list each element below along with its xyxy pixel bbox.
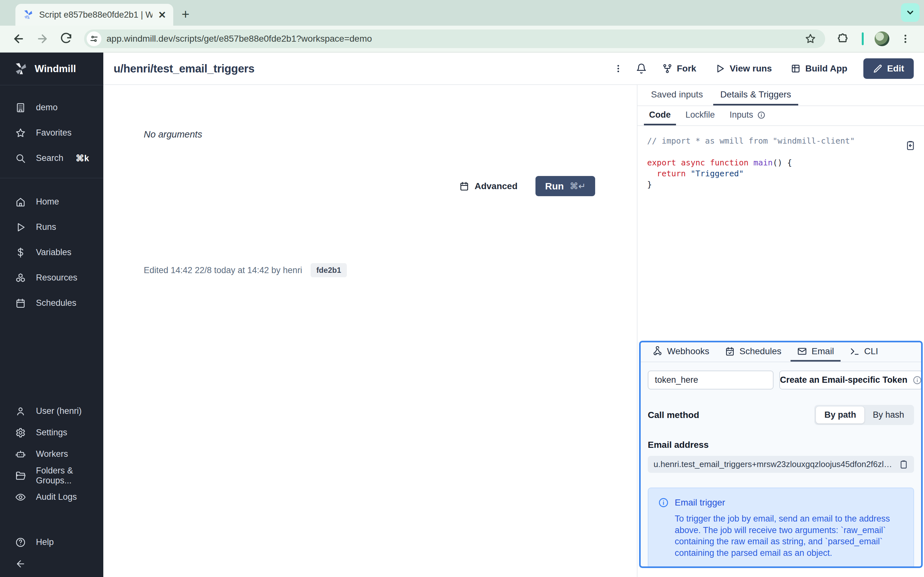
sidebar-item-workspace[interactable]: demo [0, 95, 103, 120]
brand[interactable]: Windmill [0, 53, 103, 85]
browser-toolbar: app.windmill.dev/scripts/get/e857be88e0f… [0, 26, 924, 53]
code-block[interactable]: // import * as wmill from "windmill-clie… [647, 135, 914, 190]
subtab-inputs[interactable]: Inputs [724, 106, 771, 125]
sidebar-item-runs[interactable]: Runs [0, 214, 103, 240]
trigger-tab-cli[interactable]: CLI [843, 342, 885, 362]
subtab-lockfile[interactable]: Lockfile [680, 106, 720, 125]
back-button[interactable] [8, 29, 29, 49]
sidebar-item-label: Favorites [36, 128, 71, 138]
toolbar-separator [862, 32, 864, 45]
home-icon [15, 197, 26, 207]
edit-button[interactable]: Edit [863, 58, 914, 79]
trigger-tab-email-label: Email [812, 346, 834, 356]
sidebar-item-home[interactable]: Home [0, 189, 103, 214]
reload-button[interactable] [56, 29, 76, 49]
view-runs-label: View runs [730, 63, 772, 74]
profile-avatar[interactable] [875, 31, 889, 46]
sidebar-item-schedules[interactable]: Schedules [0, 290, 103, 316]
sidebar-item-resources[interactable]: Resources [0, 265, 103, 290]
more-options-button[interactable] [609, 59, 628, 78]
sidebar-item-label: demo [36, 103, 58, 113]
notifications-bell-button[interactable] [632, 59, 651, 78]
tab-search-button[interactable] [901, 3, 919, 22]
trigger-tab-email[interactable]: Email [790, 342, 841, 362]
tab-title: Script e857be88e0fde2b1 | W [39, 10, 152, 20]
by-hash-option[interactable]: By hash [864, 406, 913, 424]
fork-button[interactable]: Fork [655, 59, 704, 78]
calendar-icon [15, 298, 26, 309]
browser-tab-strip: Script e857be88e0fde2b1 | W ✕ + [0, 0, 924, 26]
subtab-inputs-label: Inputs [730, 110, 753, 120]
git-fork-icon [662, 63, 672, 74]
robot-icon [15, 449, 26, 460]
details-panel: Saved inputs Details & Triggers Code Loc… [637, 85, 924, 577]
sidebar-item-folders-groups[interactable]: Folders & Groups... [0, 465, 103, 486]
forward-button[interactable] [32, 29, 53, 49]
create-email-token-button[interactable]: Create an Email-specific Token [779, 371, 923, 390]
browser-tab[interactable]: Script e857be88e0fde2b1 | W ✕ [15, 4, 173, 26]
sidebar: Windmill demo Favorites Search ⌘k [0, 53, 103, 577]
tab-details-triggers[interactable]: Details & Triggers [713, 85, 798, 105]
sidebar-item-settings[interactable]: Settings [0, 422, 103, 443]
new-tab-button[interactable]: + [182, 7, 190, 22]
by-path-option[interactable]: By path [816, 406, 864, 424]
sidebar-item-label: Audit Logs [36, 492, 77, 502]
boxes-icon [15, 272, 26, 284]
run-label: Run [545, 181, 564, 192]
trigger-tab-schedules[interactable]: Schedules [718, 342, 788, 362]
url-bar[interactable]: app.windmill.dev/scripts/get/e857be88e0f… [84, 29, 825, 48]
sidebar-item-label: Home [36, 197, 59, 207]
sidebar-item-label: Help [36, 537, 54, 547]
clipboard-icon[interactable] [899, 460, 908, 469]
token-input[interactable] [648, 371, 774, 390]
trigger-tab-webhooks[interactable]: Webhooks [646, 342, 716, 362]
copy-code-icon[interactable] [905, 140, 916, 151]
layout-grid-icon [790, 63, 801, 74]
call-method-toggle: By path By hash [814, 405, 914, 425]
site-settings-icon[interactable] [87, 31, 102, 46]
info-circle-icon [913, 376, 922, 385]
subtab-code-label: Code [649, 110, 671, 120]
collapse-sidebar-button[interactable] [0, 553, 103, 574]
main-content: No arguments Advanced Run ⌘↵ Edited 14:4… [103, 85, 637, 577]
email-address-label: Email address [648, 440, 914, 450]
sidebar-item-favorites[interactable]: Favorites [0, 120, 103, 145]
browser-menu-icon[interactable] [895, 29, 916, 49]
subtab-code[interactable]: Code [644, 106, 676, 125]
sidebar-item-workers[interactable]: Workers [0, 443, 103, 465]
webhook-icon [652, 346, 662, 356]
sidebar-item-variables[interactable]: Variables [0, 240, 103, 265]
version-badge[interactable]: fde2b1 [310, 263, 347, 277]
dollar-icon [15, 247, 26, 258]
email-address-field[interactable]: u.henri.test_email_triggers+mrsw23zlouxg… [648, 456, 914, 473]
search-icon [15, 153, 26, 164]
sidebar-item-label: Workers [36, 449, 68, 459]
sidebar-item-search[interactable]: Search ⌘k [0, 145, 103, 171]
sidebar-item-label: Runs [36, 222, 56, 232]
view-runs-button[interactable]: View runs [708, 59, 779, 78]
play-icon [15, 222, 26, 233]
tab-saved-inputs[interactable]: Saved inputs [644, 85, 710, 105]
sidebar-item-label: Resources [36, 273, 78, 283]
tab-close-icon[interactable]: ✕ [158, 9, 166, 21]
star-icon [15, 127, 26, 139]
no-arguments-text: No arguments [144, 129, 202, 140]
subtab-lockfile-label: Lockfile [686, 110, 715, 120]
sidebar-item-help[interactable]: Help [0, 532, 103, 553]
trigger-tab-schedules-label: Schedules [740, 346, 782, 356]
mail-icon [797, 346, 807, 356]
search-shortcut: ⌘k [76, 153, 89, 163]
extensions-icon[interactable] [833, 29, 853, 49]
bookmark-star-icon[interactable] [804, 33, 816, 45]
sidebar-item-user[interactable]: User (henri) [0, 400, 103, 422]
sidebar-item-audit-logs[interactable]: Audit Logs [0, 486, 103, 508]
url-text: app.windmill.dev/scripts/get/e857be88e0f… [107, 34, 800, 44]
sidebar-item-label: Schedules [36, 298, 76, 308]
advanced-button[interactable]: Advanced [459, 181, 517, 191]
build-app-button[interactable]: Build App [783, 59, 855, 78]
building-icon [15, 102, 26, 113]
info-circle-icon [757, 111, 766, 119]
info-circle-icon [658, 497, 669, 508]
run-button[interactable]: Run ⌘↵ [535, 176, 595, 196]
sidebar-item-label: Search [36, 153, 63, 163]
